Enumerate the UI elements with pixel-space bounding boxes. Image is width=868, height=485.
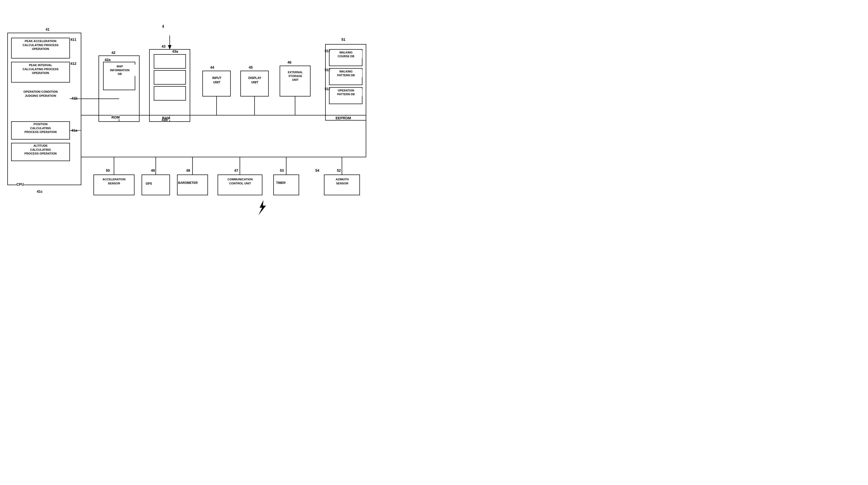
ref-41a: 41a [71,128,77,132]
ref-51: 51 [341,37,345,41]
ref-49: 49 [151,169,155,173]
svg-rect-8 [154,55,186,68]
diagram: 41 CPU 41c 411 PEAK ACCELERATIONCALCULAT… [0,0,434,243]
ref-43a: 43a [172,50,178,54]
accel-sensor-label: ACCELERATIONSENSOR [94,177,134,185]
ref-44: 44 [210,65,214,69]
ref-45: 45 [249,65,253,69]
svg-rect-0 [8,33,81,185]
svg-rect-31 [177,175,208,195]
ref-41c: 41c [37,189,42,193]
rom-label: ROM [112,115,120,119]
svg-rect-10 [154,86,186,100]
ref-48: 48 [186,169,190,173]
ref-4: 4 [162,24,164,28]
eeprom-label: EEPROM [336,116,351,120]
ref-53: 53 [280,169,284,173]
ref-41: 41 [45,27,50,31]
gps-label: GPS [146,182,152,185]
ref-47: 47 [234,169,238,173]
op-condition-label: OPERATION CONDITIONJUDGING OPERATION [12,90,69,98]
op-pattern-db-label: OPERATIONPATTERN DB [330,89,362,96]
walking-pattern-db-label: WALKINGPATTERN DB [330,70,362,77]
ref-42a: 42a [104,58,111,62]
ref-52: 52 [337,169,341,173]
ref-411: 411 [70,37,76,41]
svg-rect-7 [149,50,190,122]
map-info-db-label: MAPINFORMATIONDB [104,65,135,76]
cpu-label: CPU [17,182,24,186]
ref-42: 42 [112,51,116,55]
timer-label: TIMER [276,181,285,185]
ref-54: 54 [315,169,319,173]
display-unit-label: DISPLAYUNIT [241,76,268,85]
peak-accel-label: PEAK ACCELERATIONCALCULATING PROCESSOPER… [12,39,69,51]
svg-rect-9 [154,70,186,84]
comm-control-label: COMMUNICATIONCONTROL UNIT [219,177,261,185]
svg-rect-33 [274,175,299,195]
ref-41b: 41b [71,96,78,100]
ref-412: 412 [70,62,76,66]
ext-storage-label: EXTERNALSTORAGEUNIT [281,70,310,82]
ref-43b: 43b [162,118,168,122]
ref-43: 43 [162,44,166,49]
walking-course-db-label: WALKINGCOURSE DB [330,51,362,58]
altitude-calc-label: ALTITUDECALCULATINGPROCESS OPERATION [12,144,69,156]
ref-50: 50 [106,169,110,173]
position-calc-label: POSITIONCALCULATINGPROCESS OPERATION [12,122,69,134]
svg-marker-43 [168,45,172,50]
peak-interval-label: PEAK INTERVALCALCULATING PROCESSOPERATIO… [12,63,69,75]
input-unit-label: INPUTUNIT [204,76,230,85]
azimuth-sensor-label: AZIMUTHSENSOR [325,177,360,185]
barometer-label: BAROMETER [178,181,197,185]
ref-46: 46 [287,60,291,64]
